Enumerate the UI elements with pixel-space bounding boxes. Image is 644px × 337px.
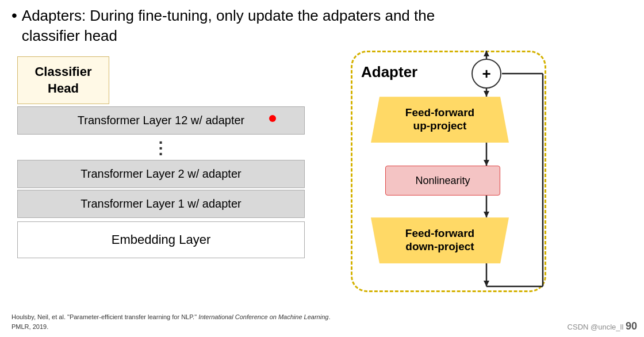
ff-down-label: Feed-forwarddown-project [405, 227, 474, 254]
main-content: • Adapters: During fine-tuning, only upd… [0, 0, 644, 298]
left-diagram: ClassifierHead Transformer Layer 12 w/ a… [17, 56, 305, 258]
ff-up-label: Feed-forwardup-project [405, 106, 474, 133]
watermark-label: CSDN @uncle_ll [568, 323, 624, 331]
plus-circle: + [471, 59, 501, 89]
ff-up-box: Feed-forwardup-project [371, 97, 509, 143]
red-dot [269, 115, 276, 122]
heading-text: Adapters: During fine-tuning, only updat… [22, 6, 435, 46]
embedding-box: Embedding Layer [17, 221, 305, 258]
layer1-box: Transformer Layer 1 w/ adapter [17, 190, 305, 218]
adapter-label: Adapter [361, 63, 417, 81]
layer12-box: Transformer Layer 12 w/ adapter [17, 106, 305, 135]
watermark-number: 90 [626, 320, 637, 332]
bullet-dot: • [12, 6, 17, 25]
year-text: PMLR, 2019. [12, 323, 48, 330]
right-diagram: Adapter + Feed-forwardup-project Nonline… [339, 51, 569, 298]
ff-down-box: Feed-forwarddown-project [371, 217, 509, 263]
watermark: CSDN @uncle_ll 90 [568, 320, 637, 332]
classifier-head-box: ClassifierHead [17, 56, 109, 104]
diagram-area: ClassifierHead Transformer Layer 12 w/ a… [12, 56, 632, 298]
footer-citation: Houlsby, Neil, et al. "Parameter-efficie… [12, 312, 330, 331]
heading-line1: Adapters: During fine-tuning, only updat… [22, 7, 435, 24]
citation-text: Houlsby, Neil, et al. "Parameter-efficie… [12, 313, 197, 320]
journal-text: International Conference on Machine Lear… [198, 313, 328, 320]
heading-line2: classifier head [22, 27, 117, 44]
dots: ⋮ [17, 136, 305, 160]
layer2-box: Transformer Layer 2 w/ adapter [17, 160, 305, 188]
nonlinearity-box: Nonlinearity [385, 166, 500, 196]
heading: • Adapters: During fine-tuning, only upd… [12, 6, 632, 46]
